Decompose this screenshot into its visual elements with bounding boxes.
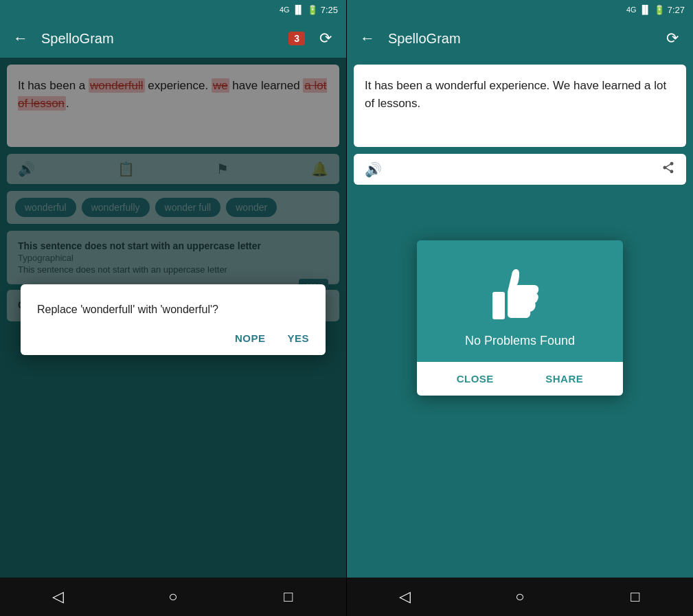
- right-app-title: SpelloGram: [388, 31, 652, 47]
- right-phone-panel: 4G ▐▌ 🔋 7:27 ← SpelloGram ⟳ It has been …: [346, 0, 693, 616]
- right-share-icon: [661, 161, 675, 178]
- share-button[interactable]: SHARE: [545, 373, 583, 385]
- left-nav-home[interactable]: ○: [159, 583, 187, 611]
- success-overlay: No Problems Found CLOSE SHARE: [417, 240, 623, 396]
- left-signal-bars: ▐▌: [293, 5, 304, 14]
- left-status-bar: 4G ▐▌ 🔋 7:25: [0, 0, 346, 19]
- right-status-bar: 4G ▐▌ 🔋 7:27: [347, 0, 693, 19]
- right-content-area: It has been a wonderful experience. We h…: [347, 58, 693, 578]
- success-message: No Problems Found: [465, 334, 575, 348]
- right-time: 7:27: [668, 5, 685, 15]
- right-text-content: It has been a wonderful experience. We h…: [365, 79, 666, 110]
- left-battery-icon: 🔋: [307, 5, 318, 15]
- right-signal-bars: ▐▌: [639, 5, 651, 14]
- svg-rect-0: [492, 292, 505, 319]
- dialog-buttons: NOPE YES: [37, 332, 309, 344]
- right-nav-recents[interactable]: □: [622, 583, 649, 611]
- right-nav-home[interactable]: ○: [506, 583, 534, 611]
- yes-button[interactable]: YES: [287, 332, 309, 344]
- success-card-buttons: CLOSE SHARE: [417, 362, 623, 396]
- right-action-bar: 🔊: [354, 154, 686, 185]
- right-nav-back[interactable]: ◁: [391, 583, 418, 611]
- left-content-area: It has been a wonderfull experience. we …: [0, 58, 346, 578]
- left-nav-recents[interactable]: □: [275, 583, 302, 611]
- left-signal-icon: 4G: [280, 5, 290, 14]
- right-speaker-icon: 🔊: [365, 161, 382, 178]
- left-refresh-button[interactable]: ⟳: [313, 26, 338, 51]
- thumbs-up-icon: [486, 261, 554, 323]
- right-refresh-button[interactable]: ⟳: [660, 26, 685, 51]
- success-card: No Problems Found CLOSE SHARE: [417, 240, 623, 396]
- right-battery-icon: 🔋: [654, 5, 665, 15]
- left-error-badge: 3: [288, 32, 305, 45]
- right-nav-bar: ◁ ○ □: [347, 578, 693, 616]
- nope-button[interactable]: NOPE: [235, 332, 266, 344]
- left-nav-back[interactable]: ◁: [44, 583, 71, 611]
- right-signal-icon: 4G: [626, 5, 637, 14]
- left-nav-bar: ◁ ○ □: [0, 578, 346, 616]
- success-card-top: No Problems Found: [417, 240, 623, 362]
- right-app-bar: ← SpelloGram ⟳: [347, 19, 693, 58]
- right-back-button[interactable]: ←: [355, 26, 380, 51]
- close-button[interactable]: CLOSE: [457, 373, 494, 385]
- dialog-message: Replace 'wonderfull' with 'wonderful'?: [37, 304, 309, 316]
- left-app-bar: ← SpelloGram 3 ⟳: [0, 19, 346, 58]
- left-back-button[interactable]: ←: [8, 26, 33, 51]
- left-app-title: SpelloGram: [41, 31, 280, 47]
- left-phone-panel: 4G ▐▌ 🔋 7:25 ← SpelloGram 3 ⟳ It has bee…: [0, 0, 346, 616]
- left-time: 7:25: [321, 5, 338, 15]
- replace-dialog: Replace 'wonderfull' with 'wonderful'? N…: [21, 284, 326, 355]
- right-text-card: It has been a wonderful experience. We h…: [354, 65, 686, 147]
